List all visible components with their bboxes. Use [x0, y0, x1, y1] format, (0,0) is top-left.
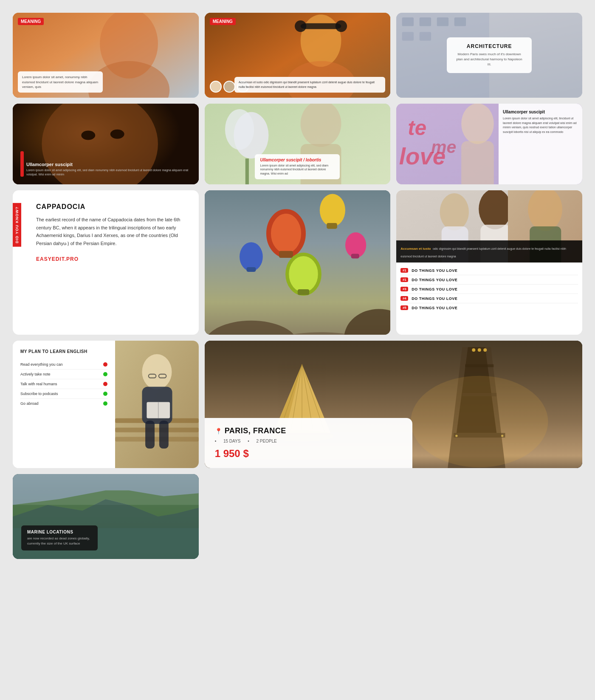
marine-box: MARINE LOCATIONS are now recorded as dea…	[21, 525, 98, 550]
svg-rect-72	[115, 437, 199, 442]
pin-icon: 📍	[215, 428, 222, 435]
black-text-strip: Accumsan et iusto odic dignissim qui bla…	[396, 240, 582, 262]
num-badge-1: #1	[400, 268, 408, 273]
dot-red-3	[103, 382, 107, 386]
svg-point-62	[479, 190, 512, 229]
card-learn-english: MY PLAN TO LEARN ENGLISH Read everything…	[13, 341, 199, 468]
learn-item-1: Read everything you can	[20, 360, 107, 370]
svg-point-60	[440, 193, 469, 231]
reading-person	[115, 341, 199, 468]
svg-rect-44	[279, 251, 293, 258]
face-body: Lorem ipsum dolor sit amet adipiscing el…	[26, 168, 191, 177]
svg-text:te: te	[408, 116, 427, 139]
learn-item-label-3: Talk with real humans	[20, 382, 57, 386]
svg-text:me: me	[431, 137, 456, 157]
arch-overlay: ARCHITECTURE Modern Paris owes much of i…	[447, 37, 532, 73]
dot-green-2	[103, 372, 107, 376]
card-cappadocia: DID YOU KNOW? CAPPADOCIA The earliest re…	[13, 190, 199, 335]
face-text: Ullamcorper suscipit Lorem ipsum dolor s…	[26, 162, 191, 177]
learn-item-label-5: Go abroad	[20, 401, 39, 406]
group-photo-section: Accumsan et iusto odic dignissim qui bla…	[396, 190, 582, 262]
learn-item-3: Talk with real humans	[20, 379, 107, 389]
dot-green-4	[103, 392, 107, 396]
arch-body: Modern Paris owes much of it's downtown …	[454, 52, 524, 67]
face2	[223, 81, 235, 93]
svg-rect-48	[246, 267, 256, 272]
svg-rect-21	[420, 32, 431, 41]
paris-people: •	[248, 439, 250, 443]
svg-point-24	[81, 131, 95, 140]
num-badge-2: #1	[400, 277, 408, 282]
svg-point-7	[335, 20, 347, 32]
list-item-3: #3 DO THINGS YOU LOVE	[400, 285, 578, 294]
list-item-5: #5 DO THINGS YOU LOVE	[400, 303, 578, 312]
svg-rect-79	[145, 421, 155, 449]
photo-bg	[205, 190, 391, 335]
svg-rect-5	[300, 23, 341, 29]
do-things-label-3: DO THINGS YOU LOVE	[412, 287, 457, 291]
do-things-label-5: DO THINGS YOU LOVE	[412, 306, 457, 310]
learn-panel: MY PLAN TO LEARN ENGLISH Read everything…	[13, 341, 115, 468]
dot-green-5	[103, 401, 107, 406]
svg-rect-95	[465, 364, 493, 367]
svg-point-36	[462, 104, 494, 144]
paris-city: PARIS, FRANCE	[225, 426, 286, 435]
marine-body: are now recorded as dead zones globally,…	[27, 536, 92, 546]
svg-rect-17	[420, 17, 431, 26]
flowers-title: Ullamcorper suscipit / lobortis	[260, 158, 335, 162]
card-marine: MARINE LOCATIONS are now recorded as dea…	[13, 474, 199, 559]
card-body: Lorem ipsum dolor sit amet, nonummy nibh…	[22, 75, 99, 89]
main-grid: Meaning Lorem ipsum dolor sit amet, nonu…	[13, 13, 582, 559]
dot-red-1	[103, 362, 107, 367]
svg-rect-50	[351, 254, 359, 258]
learn-item-5: Go abroad	[20, 399, 107, 408]
paris-days: •	[215, 439, 217, 443]
flowers-title-suffix: lobortis	[306, 158, 321, 162]
learn-item-label-4: Subscribe to podcasts	[20, 392, 58, 396]
do-things-list: #1 DO THINGS YOU LOVE #1 DO THINGS YOU L…	[400, 266, 578, 312]
meaning-badge: Meaning	[18, 18, 44, 25]
card-balloons	[205, 190, 391, 335]
list-item-2: #1 DO THINGS YOU LOVE	[400, 275, 578, 285]
svg-rect-19	[454, 17, 466, 26]
flowers-text-box: Ullamcorper suscipit / lobortis Lorem ip…	[255, 154, 340, 179]
card-do-things: Accumsan et iusto odic dignissim qui bla…	[396, 190, 582, 335]
list-item-1: #1 DO THINGS YOU LOVE	[400, 266, 578, 275]
svg-rect-31	[245, 158, 248, 184]
card-graffiti: te love me Ullamcorper suscipit Lorem ip…	[396, 104, 582, 184]
arch-title: ARCHITECTURE	[454, 43, 524, 49]
flowers-title-main: Ullamcorper suscipit	[260, 158, 302, 162]
card-face: Ullamcorper suscipit Lorem ipsum dolor s…	[13, 104, 199, 184]
face-title: Ullamcorper suscipit	[26, 162, 191, 167]
cappadocia-content: CAPPADOCIA The earliest record of the na…	[28, 203, 184, 262]
svg-point-6	[295, 20, 306, 32]
card-dj: Meaning Accumsan et iusto odic dignissim…	[205, 13, 391, 98]
do-things-label-2: DO THINGS YOU LOVE	[412, 278, 457, 282]
cap-brand: EASYEDIT.PRO	[36, 256, 184, 262]
num-badge-4: #4	[400, 296, 408, 301]
learn-english-inner: MY PLAN TO LEARN ENGLISH Read everything…	[13, 341, 199, 468]
red-bar	[20, 151, 24, 177]
svg-rect-80	[159, 421, 169, 449]
do-things-label-1: DO THINGS YOU LOVE	[412, 268, 457, 273]
do-things-label-4: DO THINGS YOU LOVE	[412, 296, 457, 301]
svg-point-73	[142, 354, 172, 390]
card-woman-orange: Meaning Lorem ipsum dolor sit amet, nonu…	[13, 13, 199, 98]
svg-point-96	[472, 348, 475, 352]
did-you-know-badge: DID YOU KNOW?	[13, 203, 21, 247]
list-item-4: #4 DO THINGS YOU LOVE	[400, 294, 578, 303]
svg-point-97	[477, 348, 481, 352]
strip-highlight: Accumsan et iusto	[400, 247, 431, 251]
marine-title: MARINE LOCATIONS	[27, 530, 92, 534]
svg-rect-71	[115, 428, 199, 432]
svg-point-30	[225, 109, 254, 150]
card-body: Accumsan et iusto odic dignissim qui bla…	[239, 80, 381, 89]
svg-rect-18	[437, 17, 448, 26]
svg-point-47	[240, 242, 263, 271]
graffiti-title: Ullamcorper suscipit	[503, 110, 578, 114]
svg-rect-37	[462, 141, 494, 184]
num-badge-3: #3	[400, 287, 408, 291]
card-paris: 📍 PARIS, FRANCE • 15 DAYS • 2 PEOPLE 1 9…	[205, 341, 582, 468]
svg-point-101	[411, 376, 548, 468]
card-flowers: Ullamcorper suscipit / lobortis Lorem ip…	[205, 104, 391, 184]
